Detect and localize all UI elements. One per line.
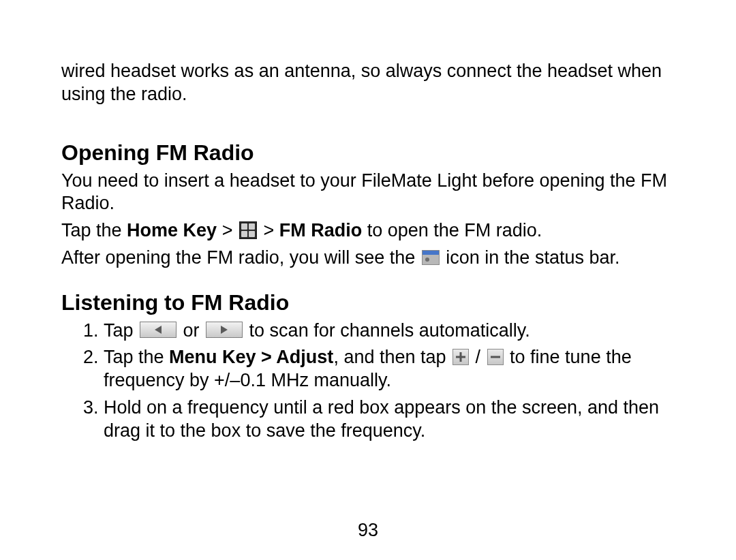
- heading-opening-fm-radio: Opening FM Radio: [61, 140, 675, 166]
- text-fragment: >: [217, 220, 238, 240]
- step-2: Tap the Menu Key > Adjust, and then tap …: [104, 346, 675, 392]
- fm-radio-status-icon: [422, 250, 440, 265]
- home-key-label: Home Key: [127, 220, 217, 240]
- text-fragment: or: [183, 320, 205, 341]
- app-grid-icon: [239, 221, 257, 239]
- fm-radio-label: FM Radio: [279, 220, 363, 240]
- menu-key-adjust-label: Menu Key > Adjust: [169, 347, 333, 367]
- plus-icon: [453, 349, 469, 365]
- intro-paragraph: wired headset works as an antenna, so al…: [61, 60, 675, 106]
- manual-page: wired headset works as an antenna, so al…: [0, 0, 736, 560]
- page-number: 93: [0, 520, 736, 541]
- opening-tap-line: Tap the Home Key > > FM Radio to open th…: [61, 219, 675, 243]
- listening-steps-list: Tap or to scan for channels automaticall…: [61, 320, 675, 443]
- step-3: Hold on a frequency until a red box appe…: [104, 396, 675, 443]
- scan-left-icon: [140, 322, 177, 338]
- opening-paragraph-1: You need to insert a headset to your Fil…: [61, 170, 675, 216]
- step-1: Tap or to scan for channels automaticall…: [104, 320, 675, 343]
- text-fragment: to open the FM radio.: [362, 220, 542, 240]
- text-fragment: icon in the status bar.: [446, 247, 619, 268]
- opening-after-line: After opening the FM radio, you will see…: [61, 247, 675, 270]
- minus-icon: [487, 349, 504, 365]
- heading-listening-fm-radio: Listening to FM Radio: [61, 290, 675, 315]
- text-fragment: /: [470, 347, 486, 367]
- text-fragment: >: [263, 220, 279, 240]
- text-fragment: Tap the: [61, 220, 127, 240]
- scan-right-icon: [206, 322, 243, 338]
- text-fragment: to scan for channels automatically.: [249, 320, 530, 341]
- text-fragment: Tap the: [104, 347, 169, 367]
- text-fragment: , and then tap: [333, 347, 451, 367]
- text-fragment: Tap: [104, 320, 138, 341]
- text-fragment: After opening the FM radio, you will see…: [61, 247, 420, 268]
